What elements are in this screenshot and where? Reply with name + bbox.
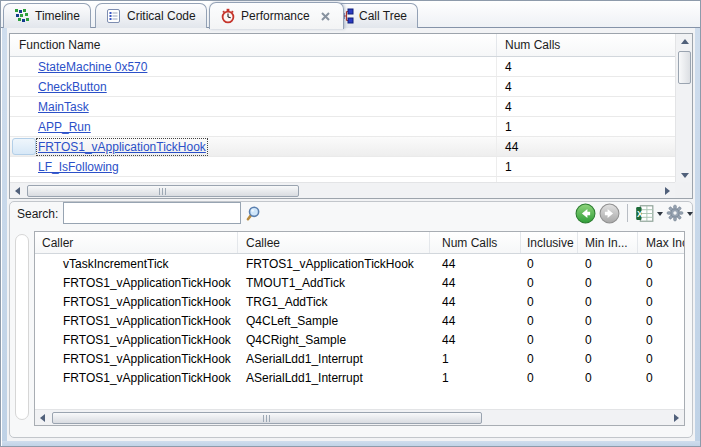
max-inclusive-cell: 0: [638, 314, 684, 328]
calls-table-left-scrollbar-track[interactable]: [15, 234, 29, 420]
calls-table-header: Caller Callee Num Calls Inclusive Min In…: [35, 232, 684, 254]
performance-view-window: Timeline Critical Code Performance: [0, 0, 701, 447]
tab-label: Critical Code: [127, 9, 196, 23]
function-row[interactable]: FRTOS1_vApplicationTickHook 44: [10, 137, 675, 157]
calls-rows: vTaskIncrementTick FRTOS1_vApplicationTi…: [35, 254, 684, 409]
min-inclusive-cell: 0: [578, 257, 638, 271]
excel-export-icon: X: [635, 204, 654, 223]
function-row[interactable]: StateMachine 0x570 4: [10, 57, 675, 77]
function-num-calls: 4: [497, 60, 675, 74]
column-header-callee[interactable]: Callee: [238, 232, 430, 253]
callee-cell: Q4CRight_Sample: [238, 333, 430, 347]
frame-band-bottom: [2, 441, 701, 447]
view-tab-bar: Timeline Critical Code Performance: [1, 1, 701, 28]
stopwatch-icon: [220, 8, 236, 24]
toolbar-separator: [627, 204, 628, 222]
call-row[interactable]: FRTOS1_vApplicationTickHook TRG1_AddTick…: [35, 292, 684, 311]
function-name-link[interactable]: APP_Run: [38, 120, 91, 134]
scroll-down-arrow-icon[interactable]: [676, 168, 693, 183]
call-row[interactable]: FRTOS1_vApplicationTickHook Q4CRight_Sam…: [35, 330, 684, 349]
navigate-back-button[interactable]: [575, 203, 596, 224]
search-button[interactable]: [244, 203, 264, 223]
gear-icon: [666, 204, 684, 222]
function-name-link[interactable]: StateMachine 0x570: [38, 60, 147, 74]
column-header-num-calls[interactable]: Num Calls: [430, 232, 521, 253]
column-header-num-calls[interactable]: Num Calls: [497, 34, 692, 56]
functions-table-header: Function Name Num Calls: [10, 34, 692, 57]
inclusive-cell: 0: [521, 276, 578, 290]
export-excel-button[interactable]: X: [635, 204, 654, 223]
call-row[interactable]: FRTOS1_vApplicationTickHook ASerialLdd1_…: [35, 349, 684, 368]
function-row[interactable]: CheckButton 4: [10, 77, 675, 97]
call-row[interactable]: vTaskIncrementTick FRTOS1_vApplicationTi…: [35, 254, 684, 273]
tab-label: Call Tree: [359, 9, 407, 23]
horizontal-scroll-thumb[interactable]: [52, 412, 482, 424]
min-inclusive-cell: 0: [578, 276, 638, 290]
num-calls-cell: 1: [430, 352, 521, 366]
min-inclusive-cell: 0: [578, 295, 638, 309]
tab-performance[interactable]: Performance: [209, 2, 344, 29]
search-label: Search:: [17, 207, 58, 221]
column-header-min-incl[interactable]: Min In...: [578, 232, 638, 253]
function-num-calls: 1: [497, 120, 675, 134]
function-row[interactable]: MainTask 4: [10, 97, 675, 117]
back-circle-icon: [575, 203, 596, 224]
settings-menu-caret-icon[interactable]: [687, 212, 693, 219]
num-calls-cell: 44: [430, 257, 521, 271]
column-header-caller[interactable]: Caller: [35, 232, 238, 253]
call-row[interactable]: FRTOS1_vApplicationTickHook ASerialLdd1_…: [35, 368, 684, 387]
num-calls-cell: 1: [430, 371, 521, 385]
inclusive-cell: 0: [521, 333, 578, 347]
navigate-forward-button[interactable]: [599, 203, 620, 224]
caller-cell: FRTOS1_vApplicationTickHook: [35, 276, 238, 290]
functions-horizontal-scrollbar[interactable]: [10, 182, 675, 198]
inclusive-cell: 0: [521, 295, 578, 309]
function-name-link[interactable]: CheckButton: [38, 80, 107, 94]
calls-horizontal-scrollbar[interactable]: [35, 409, 684, 425]
min-inclusive-cell: 0: [578, 371, 638, 385]
scroll-left-arrow-icon[interactable]: [35, 410, 50, 426]
caller-cell: vTaskIncrementTick: [35, 257, 238, 271]
view-toolbar: X: [546, 202, 693, 224]
close-tab-icon[interactable]: [319, 9, 333, 23]
max-inclusive-cell: 0: [638, 333, 684, 347]
function-name-link[interactable]: LF_IsFollowing: [38, 160, 119, 174]
function-num-calls: 1: [497, 160, 675, 174]
search-input[interactable]: [63, 202, 241, 224]
function-name-link[interactable]: FRTOS1_vApplicationTickHook: [38, 140, 206, 154]
num-calls-cell: 44: [430, 314, 521, 328]
scroll-left-arrow-icon[interactable]: [10, 183, 25, 199]
caller-cell: FRTOS1_vApplicationTickHook: [35, 333, 238, 347]
caller-cell: FRTOS1_vApplicationTickHook: [35, 371, 238, 385]
settings-button[interactable]: [666, 204, 684, 222]
max-inclusive-cell: 0: [638, 371, 684, 385]
scroll-up-arrow-icon[interactable]: [676, 34, 693, 49]
vertical-scroll-thumb[interactable]: [678, 51, 691, 84]
frame-band-right: [695, 28, 701, 447]
functions-vertical-scrollbar[interactable]: [675, 34, 692, 183]
callee-cell: Q4CLeft_Sample: [238, 314, 430, 328]
call-row[interactable]: FRTOS1_vApplicationTickHook TMOUT1_AddTi…: [35, 273, 684, 292]
call-row[interactable]: FRTOS1_vApplicationTickHook Q4CLeft_Samp…: [35, 311, 684, 330]
function-name-link[interactable]: MainTask: [38, 100, 89, 114]
scrollbar-corner: [675, 182, 692, 198]
max-inclusive-cell: 0: [638, 352, 684, 366]
scroll-right-arrow-icon[interactable]: [660, 183, 675, 199]
function-num-calls: 4: [497, 80, 675, 94]
num-calls-cell: 44: [430, 276, 521, 290]
tab-critical-code[interactable]: Critical Code: [95, 3, 207, 28]
function-row[interactable]: LF_IsFollowing 1: [10, 157, 675, 177]
function-row[interactable]: APP_Run 1: [10, 117, 675, 137]
column-header-function-name[interactable]: Function Name: [10, 34, 497, 56]
tab-timeline[interactable]: Timeline: [3, 3, 91, 28]
callee-cell: FRTOS1_vApplicationTickHook: [238, 257, 430, 271]
horizontal-scroll-thumb[interactable]: [27, 185, 299, 197]
export-menu-caret-icon[interactable]: [657, 212, 663, 219]
column-header-inclusive[interactable]: Inclusive: [521, 232, 578, 253]
search-icon: [246, 205, 263, 222]
callee-cell: ASerialLdd1_Interrupt: [238, 371, 430, 385]
min-inclusive-cell: 0: [578, 352, 638, 366]
inclusive-cell: 0: [521, 371, 578, 385]
scroll-right-arrow-icon[interactable]: [669, 410, 684, 426]
column-header-max-incl[interactable]: Max Inc: [638, 232, 684, 253]
